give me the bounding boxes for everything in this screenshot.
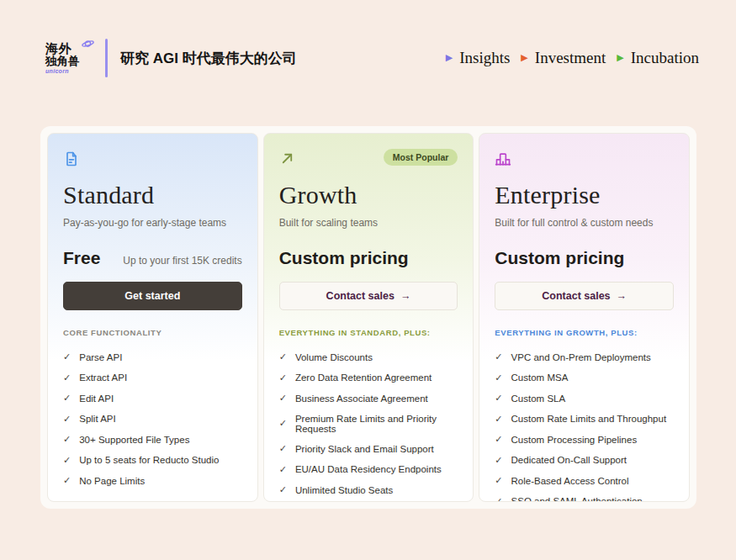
check-icon: ✓ — [495, 455, 502, 466]
plan-tagline: Built for scaling teams — [279, 217, 458, 229]
contact-sales-button[interactable]: Contact sales → — [279, 282, 458, 310]
feature-text: Business Associate Agreement — [295, 394, 428, 404]
logo-text-line2: 独角兽 — [45, 55, 93, 67]
feature-text: Custom Processing Pipelines — [511, 435, 638, 445]
feature-item: ✓Premium Rate Limits and Priority Reques… — [279, 414, 458, 434]
feature-list: ✓VPC and On-Prem Deployments✓Custom MSA✓… — [495, 351, 674, 502]
plan-header: Enterprise Built for full control & cust… — [479, 134, 689, 310]
plan-header: Most Popular Growth Built for scaling te… — [264, 134, 474, 310]
feature-text: 30+ Supported File Types — [79, 435, 189, 445]
check-icon: ✓ — [63, 372, 71, 383]
feature-item: ✓Custom Processing Pipelines — [495, 434, 674, 445]
arrow-right-icon: → — [617, 290, 627, 302]
feature-item: ✓Parse API — [63, 351, 242, 362]
feature-item: ✓VPC and On-Prem Deployments — [495, 351, 674, 362]
feature-list: ✓Volume Discounts✓Zero Data Retention Ag… — [279, 351, 458, 502]
triangle-bullet-icon: ▶ — [521, 53, 527, 62]
check-icon: ✓ — [495, 434, 502, 445]
check-icon: ✓ — [279, 372, 287, 383]
saturn-planet-icon — [82, 37, 94, 52]
check-icon: ✓ — [63, 475, 71, 486]
feature-text: No Page Limits — [79, 476, 145, 486]
check-icon: ✓ — [63, 351, 71, 362]
check-icon: ✓ — [279, 393, 287, 404]
page-header: 海外 独角兽 unicorn 研究 AGI 时代最伟大的公司 ▶ Insight… — [0, 0, 736, 84]
feature-item: ✓Split API — [63, 414, 242, 425]
contact-sales-button[interactable]: Contact sales → — [495, 282, 674, 310]
building-icon — [495, 151, 511, 167]
get-started-button[interactable]: Get started — [63, 282, 242, 310]
plan-price: Free — [63, 248, 100, 268]
feature-text: Dedicated On-Call Support — [511, 455, 627, 465]
check-icon: ✓ — [279, 418, 287, 429]
triangle-bullet-icon: ▶ — [617, 53, 623, 62]
feature-item: ✓Custom Rate Limits and Throughput — [495, 414, 674, 425]
plan-name: Growth — [279, 181, 458, 209]
plan-features: EVERYTHING IN STANDARD, PLUS: ✓Volume Di… — [264, 310, 474, 502]
feature-item: ✓Role-Based Access Control — [495, 475, 674, 486]
nav-item-incubation[interactable]: ▶ Incubation — [617, 49, 699, 67]
feature-item: ✓Volume Discounts — [279, 351, 458, 362]
document-icon — [63, 151, 80, 167]
logo-subtext: unicorn — [45, 68, 93, 74]
check-icon: ✓ — [63, 393, 71, 404]
feature-item: ✓Zero Data Retention Agreement — [279, 372, 458, 383]
plan-name: Standard — [63, 181, 242, 209]
feature-text: Split API — [79, 414, 115, 424]
plan-header: Standard Pay-as-you-go for early-stage t… — [48, 134, 257, 310]
plan-tagline: Pay-as-you-go for early-stage teams — [63, 217, 242, 229]
feature-item: ✓30+ Supported File Types — [63, 434, 242, 445]
arrow-right-icon: → — [400, 290, 411, 302]
nav-item-insights[interactable]: ▶ Insights — [446, 49, 511, 67]
check-icon: ✓ — [495, 393, 502, 404]
feature-text: EU/AU Data Residency Endpoints — [295, 464, 442, 474]
feature-list: ✓Parse API✓Extract API✓Edit API✓Split AP… — [63, 351, 242, 496]
feature-text: Parse API — [79, 352, 122, 362]
feature-item: ✓No Page Limits — [63, 475, 242, 486]
check-icon: ✓ — [63, 414, 71, 425]
check-icon: ✓ — [495, 414, 502, 425]
feature-text: Role-Based Access Control — [511, 476, 629, 486]
feature-text: Volume Discounts — [295, 352, 373, 362]
check-icon: ✓ — [279, 484, 287, 495]
button-label: Get started — [124, 290, 180, 302]
plan-price: Custom pricing — [279, 248, 409, 268]
nav-item-investment[interactable]: ▶ Investment — [521, 49, 606, 67]
feature-item: ✓Up to 5 seats for Reducto Studio — [63, 455, 242, 466]
feature-item: ✓EU/AU Data Residency Endpoints — [279, 464, 458, 475]
feature-text: SSO and SAML Authentication — [511, 496, 643, 502]
plan-card-enterprise: Enterprise Built for full control & cust… — [479, 133, 690, 502]
nav-label: Incubation — [631, 49, 699, 67]
plan-card-growth: Most Popular Growth Built for scaling te… — [263, 133, 474, 502]
features-section-label: EVERYTHING IN GROWTH, PLUS: — [495, 328, 674, 337]
header-divider — [105, 39, 108, 77]
feature-text: Zero Data Retention Agreement — [295, 372, 432, 383]
check-icon: ✓ — [495, 496, 502, 503]
feature-text: VPC and On-Prem Deployments — [511, 352, 651, 362]
features-section-label: CORE FUNCTIONALITY — [63, 328, 242, 337]
plan-name: Enterprise — [495, 181, 674, 209]
feature-item: ✓Custom SLA — [495, 393, 674, 404]
plan-price-note: Up to your first 15K credits — [123, 255, 241, 267]
check-icon: ✓ — [279, 443, 287, 454]
check-icon: ✓ — [495, 475, 502, 486]
nav-label: Insights — [459, 49, 510, 67]
plan-features: EVERYTHING IN GROWTH, PLUS: ✓VPC and On-… — [479, 310, 689, 502]
feature-text: Custom Rate Limits and Throughput — [511, 414, 667, 424]
feature-item: ✓Edit API — [63, 393, 242, 404]
page-title: 研究 AGI 时代最伟大的公司 — [120, 49, 297, 68]
feature-text: Edit API — [79, 394, 114, 404]
check-icon: ✓ — [63, 434, 71, 445]
button-label: Contact sales — [326, 290, 394, 302]
feature-text: Extract API — [79, 372, 127, 383]
feature-item: ✓Extract API — [63, 372, 242, 383]
triangle-bullet-icon: ▶ — [446, 53, 453, 62]
nav-label: Investment — [535, 49, 606, 67]
feature-text: Custom MSA — [511, 372, 569, 383]
features-section-label: EVERYTHING IN STANDARD, PLUS: — [279, 328, 458, 337]
feature-text: Up to 5 seats for Reducto Studio — [79, 455, 219, 465]
check-icon: ✓ — [63, 455, 71, 466]
check-icon: ✓ — [495, 351, 502, 362]
plan-tagline: Built for full control & custom needs — [495, 217, 674, 229]
feature-item: ✓Dedicated On-Call Support — [495, 455, 674, 466]
